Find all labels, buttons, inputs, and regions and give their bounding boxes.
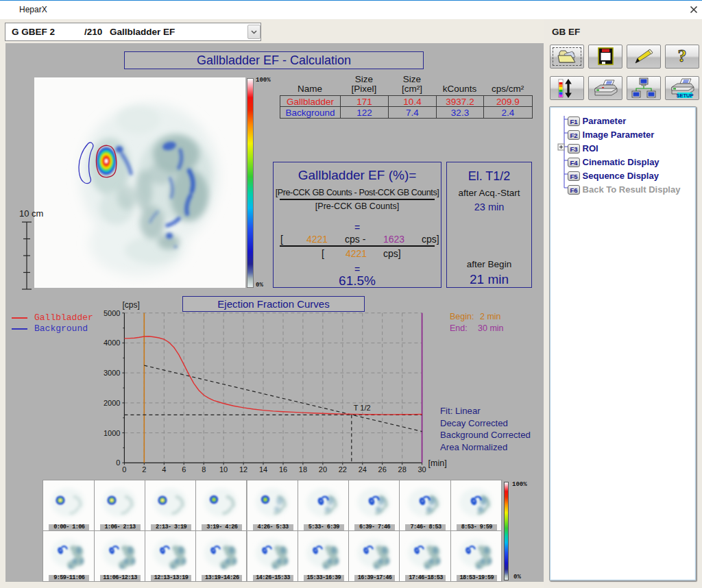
svg-text:22: 22 [339,465,347,474]
svg-text:30: 30 [417,465,426,474]
svg-text:16: 16 [279,465,287,474]
svg-text:[cps]: [cps] [122,300,139,310]
svg-text:4000: 4000 [104,339,120,347]
svg-text:0: 0 [122,465,126,474]
svg-text:26: 26 [378,465,387,474]
svg-text:12: 12 [239,465,247,474]
svg-text:?: ? [678,46,687,66]
svg-text:28: 28 [398,465,407,474]
svg-text:14: 14 [259,465,267,474]
svg-text:2: 2 [142,465,146,474]
svg-text:24: 24 [359,465,367,474]
svg-text:4: 4 [162,465,166,474]
svg-text:2000: 2000 [104,399,120,407]
svg-text:SETUP: SETUP [676,93,693,99]
svg-text:6: 6 [182,465,186,474]
svg-text:10: 10 [219,465,228,474]
svg-text:18: 18 [299,465,307,474]
svg-text:0: 0 [116,458,120,467]
svg-text:20: 20 [319,465,327,474]
svg-text:[min]: [min] [428,458,447,468]
svg-text:3000: 3000 [104,369,120,377]
svg-text:T 1/2: T 1/2 [354,404,371,412]
svg-text:1000: 1000 [104,429,120,437]
svg-text:8: 8 [202,465,206,474]
